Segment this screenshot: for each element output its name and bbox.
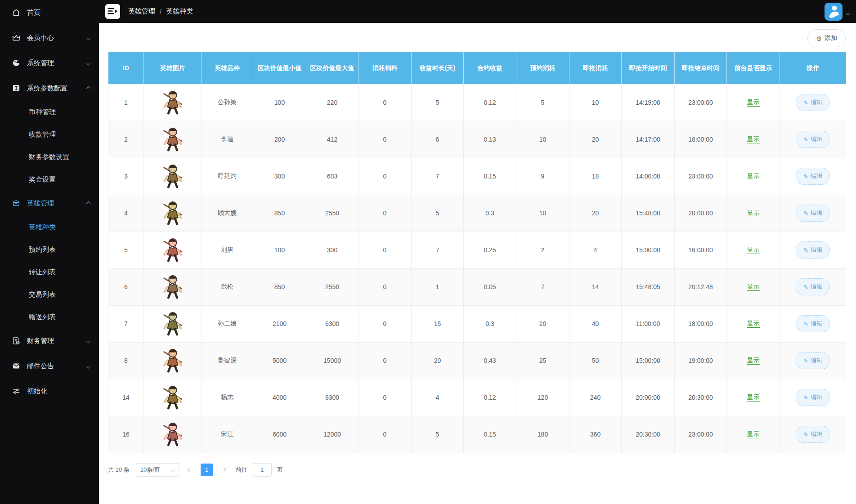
column-header: 即抢结束时间 xyxy=(675,52,727,84)
sidebar-item-system-management[interactable]: 系统管理 xyxy=(0,50,99,76)
column-header: 英雄图片 xyxy=(144,52,202,84)
table-row: 7孙二娘210063000150.3204011:00:0018:00:00显示… xyxy=(108,305,846,342)
add-button[interactable]: ⊕ 添加 xyxy=(807,29,846,47)
edit-button[interactable]: ✎编辑 xyxy=(796,168,830,185)
sidebar-subitem-payment-management[interactable]: 收款管理 xyxy=(0,123,99,146)
cell-reserve-cost: 120 xyxy=(516,379,569,416)
goto-unit-label: 页 xyxy=(277,466,283,474)
show-status[interactable]: 显示 xyxy=(747,320,760,328)
cell-contract-profit: 0.3 xyxy=(464,305,516,342)
sidebar-item-hero-management[interactable]: 英雄管理 xyxy=(0,191,99,216)
next-page-button[interactable] xyxy=(218,464,230,476)
sidebar-item-home[interactable]: 首页 xyxy=(0,0,99,25)
show-status[interactable]: 显示 xyxy=(747,283,760,291)
finance-icon xyxy=(12,336,21,345)
sidebar-item-label: 初始化 xyxy=(27,387,47,396)
show-status[interactable]: 显示 xyxy=(747,357,760,365)
sidebar-item-initialization[interactable]: 初始化 xyxy=(0,379,99,404)
cell-front-show: 显示 xyxy=(727,84,780,121)
cell-profit-days: 7 xyxy=(412,158,464,195)
sidebar-item-label: 会员中心 xyxy=(27,34,54,42)
cell-hero-name: 刘唐 xyxy=(202,232,253,268)
edit-button[interactable]: ✎编辑 xyxy=(796,131,830,148)
cell-min-block-value: 100 xyxy=(253,232,306,268)
cell-actions: ✎编辑 xyxy=(780,416,846,453)
show-status[interactable]: 显示 xyxy=(747,430,760,438)
sidebar-item-finance-management[interactable]: 财务管理 xyxy=(0,328,99,353)
show-status[interactable]: 显示 xyxy=(747,98,760,107)
page-size-select[interactable]: 10条/页 xyxy=(136,463,179,477)
edit-button[interactable]: ✎编辑 xyxy=(796,205,830,222)
pencil-icon: ✎ xyxy=(803,358,808,364)
cell-grab-end-time: 16:00:00 xyxy=(675,232,727,268)
page-number-button[interactable]: 1 xyxy=(201,464,213,476)
cell-reserve-cost: 10 xyxy=(516,195,569,232)
edit-button[interactable]: ✎编辑 xyxy=(796,241,830,259)
cell-feed-cost: 0 xyxy=(359,158,412,195)
collapse-menu-icon[interactable] xyxy=(105,4,121,19)
sidebar-subitem-trade-list[interactable]: 交易列表 xyxy=(0,283,99,306)
table-row: 1公孙策100220050.1251014:19:0023:00:00显示✎编辑 xyxy=(108,84,846,121)
hero-image xyxy=(161,199,185,226)
show-status[interactable]: 显示 xyxy=(747,209,760,217)
cell-grab-start-time: 15:00:00 xyxy=(622,232,675,268)
cell-grab-end-time: 18:00:00 xyxy=(675,121,727,158)
prev-page-button[interactable] xyxy=(184,464,196,476)
pencil-icon: ✎ xyxy=(803,100,808,106)
cell-profit-days: 7 xyxy=(412,232,464,268)
sidebar-subitem-hero-types[interactable]: 英雄种类 xyxy=(0,216,99,238)
show-status[interactable]: 显示 xyxy=(747,135,760,143)
cell-actions: ✎编辑 xyxy=(780,121,846,158)
sidebar-subitem-bonus-settings[interactable]: 奖金设置 xyxy=(0,168,99,191)
hero-image xyxy=(161,384,185,410)
cell-grab-cost: 10 xyxy=(569,84,622,121)
edit-button[interactable]: ✎编辑 xyxy=(796,278,830,295)
cell-min-block-value: 2100 xyxy=(253,305,306,342)
pencil-icon: ✎ xyxy=(803,284,808,290)
chevron-down-icon[interactable] xyxy=(846,11,851,16)
sidebar-subitem-finance-params[interactable]: 财务参数设置 xyxy=(0,146,99,168)
cell-front-show: 显示 xyxy=(727,121,780,158)
breadcrumb-current: 英雄种类 xyxy=(166,7,193,16)
sidebar-item-system-params[interactable]: 系统参数配置 xyxy=(0,76,99,101)
show-status[interactable]: 显示 xyxy=(747,393,760,401)
pencil-icon: ✎ xyxy=(803,247,808,253)
sidebar-item-member-center[interactable]: 会员中心 xyxy=(0,25,99,50)
cell-front-show: 显示 xyxy=(727,195,780,232)
breadcrumb-parent[interactable]: 英雄管理 xyxy=(128,7,155,16)
cell-max-block-value: 412 xyxy=(306,121,359,158)
pencil-icon: ✎ xyxy=(803,137,808,143)
edit-button[interactable]: ✎编辑 xyxy=(796,389,830,406)
sidebar-subitem-gift-list[interactable]: 赠送列表 xyxy=(0,306,99,328)
chevron-down-icon xyxy=(86,36,91,40)
cell-grab-cost: 240 xyxy=(569,379,622,416)
cell-hero-name: 李逵 xyxy=(202,121,253,158)
avatar[interactable] xyxy=(825,3,843,21)
edit-button[interactable]: ✎编辑 xyxy=(796,315,830,332)
cell-max-block-value: 220 xyxy=(306,84,359,121)
sidebar-subitem-transfer-list[interactable]: 转让列表 xyxy=(0,261,99,283)
show-status[interactable]: 显示 xyxy=(747,246,760,254)
edit-button[interactable]: ✎编辑 xyxy=(796,426,830,443)
chevron-right-icon xyxy=(222,468,226,472)
goto-page-input[interactable] xyxy=(253,463,272,477)
show-status[interactable]: 显示 xyxy=(747,172,760,180)
edit-button[interactable]: ✎编辑 xyxy=(796,94,830,111)
cell-max-block-value: 12000 xyxy=(306,416,359,453)
sidebar-subitem-coin-management[interactable]: 币种管理 xyxy=(0,101,99,123)
cell-front-show: 显示 xyxy=(727,379,780,416)
table-row: 6武松8502550010.0571415:48:0520:12:48显示✎编辑 xyxy=(108,268,846,305)
cell-grab-start-time: 15:48:00 xyxy=(622,195,675,232)
edit-button[interactable]: ✎编辑 xyxy=(796,352,830,369)
cell-min-block-value: 5000 xyxy=(253,342,306,379)
hero-image xyxy=(161,273,185,300)
sidebar-item-label: 系统管理 xyxy=(27,59,54,67)
sidebar-subitem-reserve-list[interactable]: 预约列表 xyxy=(0,238,99,261)
pagination: 共 10 条 10条/页 1 前往 页 xyxy=(108,463,846,477)
cell-id: 1 xyxy=(108,84,144,121)
breadcrumb: 英雄管理 / 英雄种类 xyxy=(128,0,193,23)
sidebar-item-mail-announcement[interactable]: 邮件公告 xyxy=(0,353,99,379)
chevron-up-icon xyxy=(86,201,91,205)
cell-hero-name: 杨志 xyxy=(202,379,253,416)
cell-max-block-value: 2550 xyxy=(306,268,359,305)
